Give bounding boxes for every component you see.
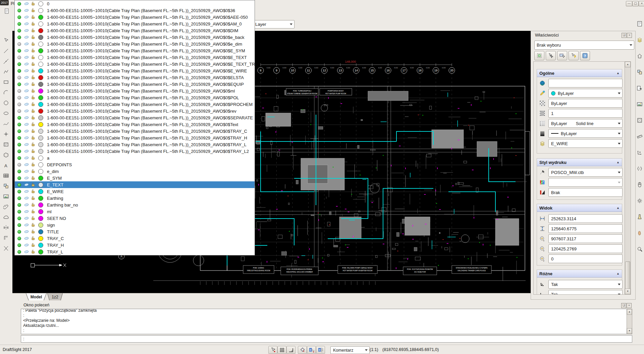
layer-lock-icon[interactable] <box>31 75 35 79</box>
layer-color-swatch[interactable] <box>38 149 43 154</box>
close-panel-icon[interactable]: × <box>627 303 632 308</box>
layer-row[interactable]: 1-600-00-EE151-10005~10010(Cable Tray Pl… <box>15 81 255 87</box>
layer-color-swatch[interactable] <box>38 21 43 26</box>
references-panel-icon[interactable] <box>636 84 643 92</box>
layer-visibility-icon[interactable] <box>17 22 21 26</box>
block-tool-icon[interactable] <box>2 182 10 190</box>
layer-freeze-icon[interactable] <box>24 2 29 5</box>
section-view-header[interactable]: Widok▲ <box>537 204 622 212</box>
layer-row[interactable]: ml <box>15 208 255 215</box>
layer-lock-icon[interactable] <box>31 183 35 187</box>
infinite-line-tool-icon[interactable] <box>2 58 10 65</box>
layer-row[interactable]: DEFPOINTS <box>15 161 255 168</box>
layer-row[interactable]: 1-600-00-EE151-10005~10010(Cable Tray Pl… <box>15 141 255 148</box>
point-tool-icon[interactable] <box>2 130 10 138</box>
hatch-tool-icon[interactable] <box>2 141 10 148</box>
layer-row[interactable]: 0 <box>15 0 255 7</box>
region-tool-icon[interactable] <box>2 151 10 159</box>
layer-lock-icon[interactable] <box>31 223 35 227</box>
scrollbar-thumb[interactable] <box>625 261 630 291</box>
layer-color-swatch[interactable] <box>38 88 43 94</box>
command-input[interactable]: : <box>21 335 632 343</box>
close-button[interactable]: × <box>639 1 644 6</box>
print-color-combo[interactable] <box>548 178 623 187</box>
layer-visibility-icon[interactable] <box>17 237 21 240</box>
layer-freeze-icon[interactable] <box>24 116 29 119</box>
layer-color-swatch[interactable] <box>38 95 43 100</box>
layer-row[interactable]: a <box>15 155 255 161</box>
layer-color-swatch[interactable] <box>38 156 43 161</box>
layer-lock-icon[interactable] <box>31 96 35 100</box>
command-scrollbar[interactable]: ▲ ▼ <box>627 309 632 334</box>
layer-row[interactable]: 1-600-00-EE151-10005~10010(Cable Tray Pl… <box>15 114 255 121</box>
layer-row[interactable]: TRAY_L <box>15 248 255 255</box>
layer-row[interactable]: TRAY_H <box>15 242 255 248</box>
layer-color-swatch[interactable] <box>38 109 43 114</box>
layer-freeze-icon[interactable] <box>24 129 29 133</box>
home-panel-icon[interactable] <box>636 52 643 60</box>
layer-freeze-icon[interactable] <box>24 96 29 99</box>
coordinates-panel-icon[interactable] <box>636 149 643 156</box>
layer-row[interactable]: 1-600-00-EE151-10005~10010(Cable Tray Pl… <box>15 47 255 54</box>
layer-visibility-icon[interactable] <box>17 217 21 220</box>
layer-row[interactable]: E_TEXT <box>15 181 255 188</box>
layer-lock-icon[interactable] <box>31 149 35 153</box>
view-cy-field[interactable]: 120425.2769 <box>548 244 623 253</box>
layer-lock-icon[interactable] <box>31 156 35 160</box>
layer-color-swatch[interactable] <box>38 135 43 140</box>
layers-panel-icon[interactable] <box>636 36 643 44</box>
image-tool-icon[interactable] <box>2 193 10 200</box>
annotation-scale-combo[interactable]: Komentarz <box>330 346 370 354</box>
layer-lock-icon[interactable] <box>31 2 35 6</box>
linestyle-combo[interactable]: ByLayerSolid line <box>548 119 623 128</box>
tab-model[interactable]: Model <box>26 293 47 301</box>
layer-visibility-icon[interactable] <box>17 210 21 214</box>
attach-tool-icon[interactable] <box>2 203 10 211</box>
properties-scrollbar[interactable]: ▲ ▼ <box>625 61 631 295</box>
spline-tool-icon[interactable] <box>2 120 10 127</box>
pattern-panel-icon[interactable] <box>636 117 643 124</box>
layer-color-swatch[interactable] <box>38 42 43 47</box>
layer-visibility-icon[interactable] <box>17 29 21 33</box>
rectangle-tool-icon[interactable] <box>2 78 10 86</box>
layer-visibility-icon[interactable] <box>17 96 21 100</box>
layer-lock-icon[interactable] <box>31 35 35 39</box>
layer-freeze-icon[interactable] <box>24 136 29 139</box>
layer-color-swatch[interactable] <box>38 129 43 134</box>
layer-freeze-icon[interactable] <box>24 170 29 173</box>
layer-lock-icon[interactable] <box>31 42 35 46</box>
layer-row[interactable]: E_SYM <box>15 175 255 181</box>
layer-lock-icon[interactable] <box>31 163 35 167</box>
layer-row[interactable]: 1-600-00-EE151-10005~10010(Cable Tray Pl… <box>15 94 255 101</box>
layer-visibility-icon[interactable] <box>17 190 21 193</box>
layer-lock-icon[interactable] <box>31 109 35 113</box>
esnap-toggle[interactable]: E <box>307 346 316 354</box>
layer-row[interactable]: 1-600-00-EE151-10005~10010(Cable Tray Pl… <box>15 14 255 20</box>
layer-visibility-icon[interactable] <box>17 183 21 187</box>
layer-freeze-icon[interactable] <box>24 62 29 66</box>
layer-lock-icon[interactable] <box>31 82 35 86</box>
tab-sheet1[interactable]: 1z2 <box>47 293 63 301</box>
layer-visibility-icon[interactable] <box>17 62 21 66</box>
cloud-tool-icon[interactable] <box>2 214 10 221</box>
layer-color-swatch[interactable] <box>38 115 43 120</box>
print-style-field[interactable]: Brak <box>548 188 623 197</box>
layer-color-swatch[interactable] <box>38 189 43 194</box>
layer-row[interactable]: 1-600-00-EE151-10005~10010(Cable Tray Pl… <box>15 7 255 14</box>
layer-freeze-icon[interactable] <box>24 15 29 19</box>
layer-freeze-icon[interactable] <box>24 243 29 247</box>
section-print-header[interactable]: Styl wydruku▲ <box>537 159 622 166</box>
layer-visibility-icon[interactable] <box>17 143 21 146</box>
layer-freeze-icon[interactable] <box>24 89 29 93</box>
mouse-panel-icon[interactable] <box>636 181 643 188</box>
layer-visibility-icon[interactable] <box>17 56 21 59</box>
layer-color-swatch[interactable] <box>38 216 43 221</box>
layer-lock-icon[interactable] <box>31 49 35 53</box>
layer-row[interactable]: 1-600-00-EE151-10005~10010(Cable Tray Pl… <box>15 20 255 27</box>
view-width-field[interactable]: 252623.3114 <box>548 214 623 223</box>
layer-visibility-icon[interactable] <box>17 9 21 12</box>
layer-color-swatch[interactable] <box>38 122 43 127</box>
layer-row[interactable]: TITLE <box>15 228 255 235</box>
section-misc-header[interactable]: Różne▲ <box>537 270 622 278</box>
layer-visibility-icon[interactable] <box>17 2 21 6</box>
